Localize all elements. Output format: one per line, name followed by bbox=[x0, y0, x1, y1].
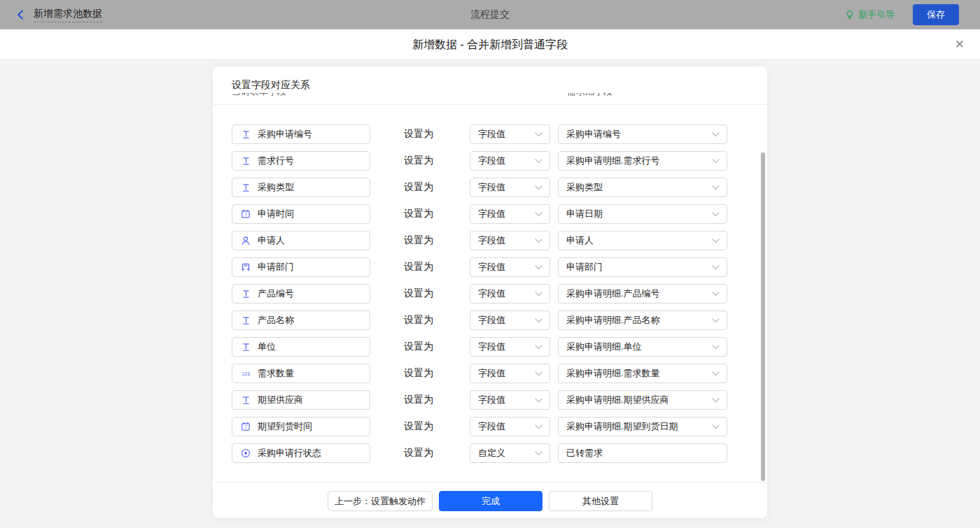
target-field-select[interactable]: 采购申请明细.期望到货日期 bbox=[558, 417, 727, 436]
source-field-box[interactable]: 7申请时间 bbox=[232, 204, 370, 224]
source-field-label: 期望供应商 bbox=[258, 394, 303, 406]
mode-select[interactable]: 字段值 bbox=[470, 364, 550, 383]
source-field-box[interactable]: 采购类型 bbox=[232, 178, 370, 197]
target-field-select[interactable]: 采购类型 bbox=[558, 178, 727, 197]
source-field-label: 申请部门 bbox=[258, 261, 294, 273]
set-as-label: 设置为 bbox=[404, 367, 433, 380]
flow-submit-title: 流程提交 bbox=[0, 8, 980, 21]
set-as-label: 设置为 bbox=[404, 394, 433, 406]
scrollbar-thumb[interactable] bbox=[761, 152, 765, 481]
chevron-down-icon bbox=[712, 371, 720, 376]
chevron-down-icon bbox=[712, 265, 720, 270]
mode-value: 字段值 bbox=[478, 208, 505, 220]
source-field-label: 采购申请行状态 bbox=[258, 447, 321, 459]
mode-value: 字段值 bbox=[478, 420, 505, 433]
chevron-down-icon bbox=[535, 292, 542, 297]
mode-value: 字段值 bbox=[478, 287, 505, 300]
mode-select[interactable]: 字段值 bbox=[470, 204, 550, 224]
text-field-icon bbox=[241, 395, 251, 405]
target-field-select[interactable]: 采购申请明细.需求数量 bbox=[558, 364, 727, 383]
prev-step-button[interactable]: 上一步：设置触发动作 bbox=[328, 491, 433, 511]
target-field-select[interactable]: 申请部门 bbox=[558, 257, 727, 277]
target-field-select[interactable]: 申请日期 bbox=[558, 204, 727, 224]
source-field-box[interactable]: 期望供应商 bbox=[232, 390, 370, 410]
mode-select[interactable]: 字段值 bbox=[470, 257, 550, 277]
other-settings-button[interactable]: 其他设置 bbox=[549, 491, 652, 511]
target-field-value: 采购申请明细.需求行号 bbox=[566, 155, 660, 167]
back-button[interactable] bbox=[15, 9, 27, 20]
chevron-down-icon bbox=[535, 185, 542, 190]
chevron-down-icon bbox=[712, 159, 720, 164]
target-field-value: 采购申请编号 bbox=[566, 128, 621, 141]
set-as-label: 设置为 bbox=[404, 181, 433, 194]
custom-value-text: 已转需求 bbox=[566, 447, 603, 459]
mode-select[interactable]: 字段值 bbox=[470, 178, 550, 197]
source-field-box[interactable]: 采购申请编号 bbox=[232, 124, 370, 144]
chevron-down-icon bbox=[535, 159, 542, 164]
target-field-select[interactable]: 采购申请明细.期望供应商 bbox=[558, 390, 727, 410]
mode-select[interactable]: 字段值 bbox=[470, 390, 550, 410]
mapping-row: 期望供应商设置为字段值采购申请明细.期望供应商 bbox=[232, 390, 767, 410]
target-field-select[interactable]: 采购申请明细.单位 bbox=[558, 337, 727, 357]
field-mapping-panel: 设置字段对应关系 当前表单字段 需求池字段 采购申请编号设置为字段值采购申请编号… bbox=[213, 66, 767, 518]
mapping-row: 采购申请行状态设置为自定义已转需求 bbox=[232, 443, 767, 463]
target-field-select[interactable]: 采购申请明细.产品编号 bbox=[558, 284, 727, 304]
target-field-select[interactable]: 采购申请明细.需求行号 bbox=[558, 151, 727, 171]
topbar: 流程提交 新增需求池数据 新手引导 保存 bbox=[0, 0, 980, 29]
set-as-label: 设置为 bbox=[404, 420, 433, 433]
chevron-down-icon bbox=[535, 318, 542, 323]
chevron-down-icon bbox=[712, 238, 720, 243]
svg-text:7: 7 bbox=[244, 212, 247, 217]
status-icon bbox=[241, 448, 251, 458]
target-field-select[interactable]: 采购申请编号 bbox=[558, 124, 727, 144]
department-icon bbox=[241, 262, 251, 272]
chevron-down-icon bbox=[535, 345, 542, 350]
save-button[interactable]: 保存 bbox=[913, 4, 959, 25]
mode-select[interactable]: 字段值 bbox=[470, 337, 550, 357]
source-field-box[interactable]: 申请人 bbox=[232, 231, 370, 250]
close-icon[interactable]: ✕ bbox=[955, 29, 965, 59]
mode-value: 字段值 bbox=[478, 314, 505, 327]
mapping-row: 申请部门设置为字段值申请部门 bbox=[232, 257, 767, 277]
source-field-box[interactable]: 单位 bbox=[232, 337, 370, 357]
mode-select[interactable]: 字段值 bbox=[470, 417, 550, 436]
set-as-label: 设置为 bbox=[404, 341, 433, 353]
guide-label: 新手引导 bbox=[858, 8, 895, 21]
flow-name-editable[interactable]: 新增需求池数据 bbox=[34, 8, 102, 22]
mode-select[interactable]: 字段值 bbox=[470, 231, 550, 250]
mode-select[interactable]: 字段值 bbox=[470, 311, 550, 330]
set-as-label: 设置为 bbox=[404, 234, 433, 247]
set-as-label: 设置为 bbox=[404, 208, 433, 220]
source-field-box[interactable]: 采购申请行状态 bbox=[232, 443, 370, 463]
mode-value: 字段值 bbox=[478, 261, 505, 273]
target-field-select[interactable]: 采购申请明细.产品名称 bbox=[558, 311, 727, 330]
source-field-box[interactable]: 7期望到货时间 bbox=[232, 417, 370, 436]
mapping-row: 单位设置为字段值采购申请明细.单位 bbox=[232, 337, 767, 357]
source-field-box[interactable]: 需求行号 bbox=[232, 151, 370, 171]
source-field-box[interactable]: 产品编号 bbox=[232, 284, 370, 304]
finish-button[interactable]: 完成 bbox=[439, 491, 542, 511]
custom-value-input[interactable]: 已转需求 bbox=[558, 443, 727, 463]
mode-value: 字段值 bbox=[478, 394, 505, 406]
beginner-guide-link[interactable]: 新手引导 bbox=[845, 8, 895, 21]
chevron-down-icon bbox=[712, 424, 720, 429]
target-field-select[interactable]: 申请人 bbox=[558, 231, 727, 250]
mapping-row: 7期望到货时间设置为字段值采购申请明细.期望到货日期 bbox=[232, 417, 767, 436]
source-field-box[interactable]: 申请部门 bbox=[232, 257, 370, 277]
mode-select[interactable]: 字段值 bbox=[470, 284, 550, 304]
text-field-icon bbox=[241, 289, 251, 299]
user-icon bbox=[241, 236, 251, 245]
mapping-row: 123需求数量设置为字段值采购申请明细.需求数量 bbox=[232, 364, 767, 383]
source-field-label: 采购申请编号 bbox=[258, 128, 312, 141]
chevron-down-icon bbox=[535, 212, 542, 217]
mode-select[interactable]: 字段值 bbox=[470, 124, 550, 144]
mode-select[interactable]: 自定义 bbox=[470, 443, 550, 463]
chevron-down-icon bbox=[535, 398, 542, 403]
svg-text:7: 7 bbox=[244, 424, 247, 429]
chevron-down-icon bbox=[712, 398, 720, 403]
target-field-value: 采购类型 bbox=[566, 181, 603, 194]
source-field-box[interactable]: 产品名称 bbox=[232, 311, 370, 330]
mode-select[interactable]: 字段值 bbox=[470, 151, 550, 171]
source-field-box[interactable]: 123需求数量 bbox=[232, 364, 370, 383]
text-field-icon bbox=[241, 183, 251, 192]
